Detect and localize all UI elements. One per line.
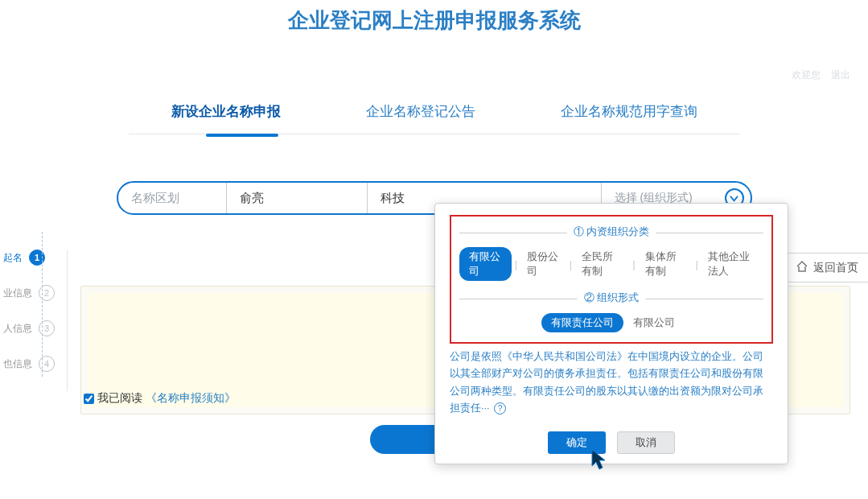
consent-link[interactable]: 《名称申报须知》	[146, 391, 236, 406]
step-line	[42, 232, 43, 377]
tab-active-underline	[206, 134, 278, 137]
org-form-popup: ① 内资组织分类 有限公司 | 股份公司 | 全民所有制 | 集体所有制 | 其…	[434, 203, 788, 464]
step-4[interactable]: 也信息 4	[3, 356, 67, 372]
chip-state-owned[interactable]: 全民所有制	[575, 250, 629, 278]
org-category-row: 有限公司 | 股份公司 | 全民所有制 | 集体所有制 | 其他企业法人	[459, 247, 763, 281]
step-3[interactable]: 人信息 3	[3, 320, 67, 336]
chip-limited-company[interactable]: 有限公司	[459, 247, 512, 281]
tab-new-name[interactable]: 新设企业名称申报	[160, 102, 292, 134]
home-icon	[796, 260, 808, 275]
popup-actions: 确定 取消	[450, 431, 773, 454]
page-title: 企业登记网上注册申报服务系统	[0, 0, 868, 46]
tab-standard-chars[interactable]: 企业名称规范用字查询	[549, 102, 709, 134]
tab-announcement[interactable]: 企业名称登记公告	[355, 102, 487, 134]
step-1[interactable]: 起名 1	[3, 250, 67, 266]
consent-checkbox[interactable]	[84, 394, 94, 404]
chip-collective[interactable]: 集体所有制	[639, 250, 693, 278]
back-home-button[interactable]: 返回首页	[785, 253, 868, 282]
section-2-header: ② 组织形式	[459, 292, 763, 305]
chip-other-legal[interactable]: 其他企业法人	[701, 250, 763, 278]
welcome-text: 欢迎您	[792, 69, 821, 80]
step-track: 起名 1 业信息 2 人信息 3 也信息 4	[0, 250, 68, 391]
region-field[interactable]: 名称区划	[118, 183, 227, 213]
chip-llc[interactable]: 有限责任公司	[541, 313, 623, 332]
org-form-row: 有限责任公司 有限公司	[459, 313, 763, 332]
section-1-header: ① 内资组织分类	[459, 226, 763, 239]
tab-bar: 新设企业名称申报 企业名称登记公告 企业名称规范用字查询	[129, 102, 740, 134]
consent-row: 我已阅读 《名称申报须知》	[84, 391, 236, 406]
chip-ltd[interactable]: 有限公司	[627, 315, 681, 330]
logout-link[interactable]: 退出	[831, 69, 850, 80]
chip-stock-company[interactable]: 股份公司	[520, 250, 566, 278]
org-form-description: 公司是依照《中华人民共和国公司法》在中国境内设立的企业。公司以其全部财产对公司的…	[450, 348, 773, 417]
confirm-button[interactable]: 确定	[548, 431, 606, 454]
top-right-links: 欢迎您 退出	[784, 68, 850, 82]
consent-prefix: 我已阅读	[97, 391, 142, 406]
popup-highlight-box: ① 内资组织分类 有限公司 | 股份公司 | 全民所有制 | 集体所有制 | 其…	[450, 215, 773, 344]
help-icon[interactable]: ?	[494, 402, 506, 414]
step-2[interactable]: 业信息 2	[3, 285, 67, 301]
shop-name-field[interactable]: 俞亮	[227, 183, 368, 213]
cancel-button[interactable]: 取消	[617, 431, 675, 454]
